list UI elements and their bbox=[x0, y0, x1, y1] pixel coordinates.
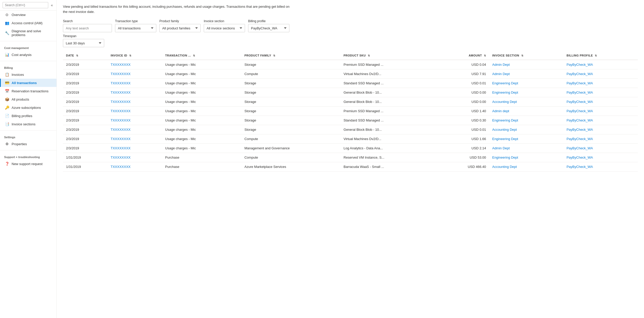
sidebar-item-label: All products bbox=[12, 97, 29, 101]
table-header: DATE ⇅ INVOICE ID ⇅ TRANSACTION ... ⇅ bbox=[63, 51, 638, 60]
table-row: 2/3/2019 TXXXXXXXX Usage charges - Mic S… bbox=[63, 107, 638, 116]
table-row: 2/3/2019 TXXXXXXXX Usage charges - Mic S… bbox=[63, 88, 638, 97]
cell-billing-profile[interactable]: PayByCheck_WA bbox=[564, 116, 638, 125]
cell-billing-profile[interactable]: PayByCheck_WA bbox=[564, 162, 638, 172]
col-header-product-family[interactable]: PRODUCT FAMILY ⇅ bbox=[241, 51, 340, 60]
cell-invoice-section[interactable]: Engineering Dept bbox=[489, 116, 563, 125]
cell-invoice-section[interactable]: Engineering Dept bbox=[489, 153, 563, 162]
cell-billing-profile[interactable]: PayByCheck_WA bbox=[564, 153, 638, 162]
collapse-sidebar-button[interactable]: « bbox=[50, 2, 54, 8]
cell-product-sku: Virtual Machines Dv2/D... bbox=[340, 69, 439, 79]
sidebar-item-all-transactions[interactable]: 💳 All transactions bbox=[0, 79, 56, 87]
cell-product-family: Azure Marketplace Services bbox=[241, 162, 340, 172]
cell-product-family: Storage bbox=[241, 116, 340, 125]
cell-billing-profile[interactable]: PayByCheck_WA bbox=[564, 134, 638, 144]
cell-invoice-id[interactable]: TXXXXXXXX bbox=[108, 134, 162, 144]
cell-billing-profile[interactable]: PayByCheck_WA bbox=[564, 97, 638, 107]
sidebar-item-label: Azure subscriptions bbox=[12, 106, 41, 110]
cell-date: 2/3/2019 bbox=[63, 60, 108, 69]
search-input[interactable] bbox=[3, 2, 48, 8]
cell-invoice-id[interactable]: TXXXXXXXX bbox=[108, 107, 162, 116]
cell-billing-profile[interactable]: PayByCheck_WA bbox=[564, 88, 638, 97]
sidebar-item-access-control[interactable]: 👥 Access control (IAM) bbox=[0, 19, 56, 27]
sidebar-search-container: « bbox=[0, 0, 56, 11]
diagnose-icon: 🔧 bbox=[5, 31, 9, 35]
cell-transaction: Purchase bbox=[162, 153, 241, 162]
cell-invoice-section[interactable]: Accounting Dept bbox=[489, 125, 563, 134]
cell-amount: USD 0.01 bbox=[439, 125, 489, 134]
col-header-date[interactable]: DATE ⇅ bbox=[63, 51, 108, 60]
cell-billing-profile[interactable]: PayByCheck_WA bbox=[564, 60, 638, 69]
product-family-sort-icon: ⇅ bbox=[273, 54, 275, 57]
sidebar-item-diagnose[interactable]: 🔧 Diagnose and solve problems bbox=[0, 27, 56, 39]
col-header-transaction[interactable]: TRANSACTION ... ⇅ bbox=[162, 51, 241, 60]
cell-invoice-id[interactable]: TXXXXXXXX bbox=[108, 97, 162, 107]
cell-invoice-id[interactable]: TXXXXXXXX bbox=[108, 162, 162, 172]
cell-invoice-id[interactable]: TXXXXXXXX bbox=[108, 116, 162, 125]
cell-invoice-section[interactable]: Accounting Dept bbox=[489, 162, 563, 172]
date-sort-icon: ⇅ bbox=[76, 54, 78, 57]
invoice-section-filter-group: Invoice section All invoice sections bbox=[204, 19, 245, 32]
cell-product-sku: General Block Blob - 10... bbox=[340, 125, 439, 134]
cell-transaction: Usage charges - Mic bbox=[162, 134, 241, 144]
cell-product-family: Compute bbox=[241, 153, 340, 162]
cell-billing-profile[interactable]: PayByCheck_WA bbox=[564, 144, 638, 153]
cell-billing-profile[interactable]: PayByCheck_WA bbox=[564, 79, 638, 88]
cell-amount: USD 466.40 bbox=[439, 162, 489, 172]
cell-amount: USD 1.40 bbox=[439, 107, 489, 116]
cell-transaction: Usage charges - Mic bbox=[162, 125, 241, 134]
cell-invoice-section[interactable]: Engineering Dept bbox=[489, 79, 563, 88]
transaction-type-select[interactable]: All transactions bbox=[115, 24, 156, 32]
sidebar-item-properties[interactable]: ⚙ Properties bbox=[0, 140, 56, 148]
cell-billing-profile[interactable]: PayByCheck_WA bbox=[564, 107, 638, 116]
sidebar-item-label: Access control (IAM) bbox=[12, 21, 43, 25]
cell-invoice-id[interactable]: TXXXXXXXX bbox=[108, 88, 162, 97]
cell-amount: USD 0.00 bbox=[439, 88, 489, 97]
col-header-product-sku[interactable]: PRODUCT SKU ⇅ bbox=[340, 51, 439, 60]
sidebar-item-cost-analysis[interactable]: 📊 Cost analysis bbox=[0, 51, 56, 59]
cell-product-family: Storage bbox=[241, 88, 340, 97]
cell-invoice-section[interactable]: Admin dept bbox=[489, 107, 563, 116]
col-header-amount[interactable]: AMOUNT ⇅ bbox=[439, 51, 489, 60]
sidebar-item-all-products[interactable]: 📦 All products bbox=[0, 95, 56, 103]
col-header-invoice-section[interactable]: INVOICE SECTION ⇅ bbox=[489, 51, 563, 60]
cost-management-section-label: Cost management bbox=[0, 43, 56, 51]
cell-invoice-id[interactable]: TXXXXXXXX bbox=[108, 69, 162, 79]
col-header-billing-profile[interactable]: BILLING PROFILE ⇅ bbox=[564, 51, 638, 60]
cell-invoice-section[interactable]: Engineering Dept bbox=[489, 134, 563, 144]
sidebar-item-new-support-request[interactable]: ❓ New support request bbox=[0, 160, 56, 168]
all-transactions-icon: 💳 bbox=[5, 81, 9, 85]
table-row: 1/31/2019 TXXXXXXXX Purchase Azure Marke… bbox=[63, 162, 638, 172]
cell-invoice-section[interactable]: Admin Dept bbox=[489, 60, 563, 69]
invoice-section-select[interactable]: All invoice sections bbox=[204, 24, 245, 32]
timespan-select[interactable]: Last 30 days bbox=[63, 39, 104, 47]
invoices-icon: 📋 bbox=[5, 72, 9, 77]
sidebar-item-invoice-sections[interactable]: 📑 Invoice sections bbox=[0, 120, 56, 128]
table-row: 2/3/2019 TXXXXXXXX Usage charges - Mic S… bbox=[63, 60, 638, 69]
cell-invoice-id[interactable]: TXXXXXXXX bbox=[108, 144, 162, 153]
cell-transaction: Usage charges - Mic bbox=[162, 69, 241, 79]
cell-billing-profile[interactable]: PayByCheck_WA bbox=[564, 125, 638, 134]
cell-product-sku: Standard SSD Managed ... bbox=[340, 79, 439, 88]
cell-invoice-section[interactable]: Accounting Dept bbox=[489, 97, 563, 107]
cell-invoice-id[interactable]: TXXXXXXXX bbox=[108, 79, 162, 88]
product-family-select[interactable]: All product families bbox=[159, 24, 201, 32]
sidebar-item-overview[interactable]: ⊙ Overview bbox=[0, 11, 56, 19]
sidebar-item-billing-profiles[interactable]: 📄 Billing profiles bbox=[0, 112, 56, 120]
billing-profile-select[interactable]: PayByCheck_WA bbox=[248, 24, 289, 32]
col-header-invoice-id[interactable]: INVOICE ID ⇅ bbox=[108, 51, 162, 60]
cell-invoice-id[interactable]: TXXXXXXXX bbox=[108, 125, 162, 134]
cell-invoice-id[interactable]: TXXXXXXXX bbox=[108, 60, 162, 69]
cell-invoice-id[interactable]: TXXXXXXXX bbox=[108, 153, 162, 162]
cell-invoice-section[interactable]: Admin Dept bbox=[489, 144, 563, 153]
cell-invoice-section[interactable]: Admin Dept bbox=[489, 69, 563, 79]
cell-product-sku: General Block Blob - 10... bbox=[340, 88, 439, 97]
cell-transaction: Usage charges - Mic bbox=[162, 144, 241, 153]
cell-date: 1/31/2019 bbox=[63, 153, 108, 162]
search-filter-input[interactable] bbox=[63, 24, 112, 32]
cell-billing-profile[interactable]: PayByCheck_WA bbox=[564, 69, 638, 79]
cell-invoice-section[interactable]: Engineering Dept bbox=[489, 88, 563, 97]
sidebar-item-azure-subscriptions[interactable]: 🔑 Azure subscriptions bbox=[0, 103, 56, 112]
sidebar-item-reservation-transactions[interactable]: 📅 Reservation transactions bbox=[0, 87, 56, 95]
sidebar-item-invoices[interactable]: 📋 Invoices bbox=[0, 70, 56, 79]
